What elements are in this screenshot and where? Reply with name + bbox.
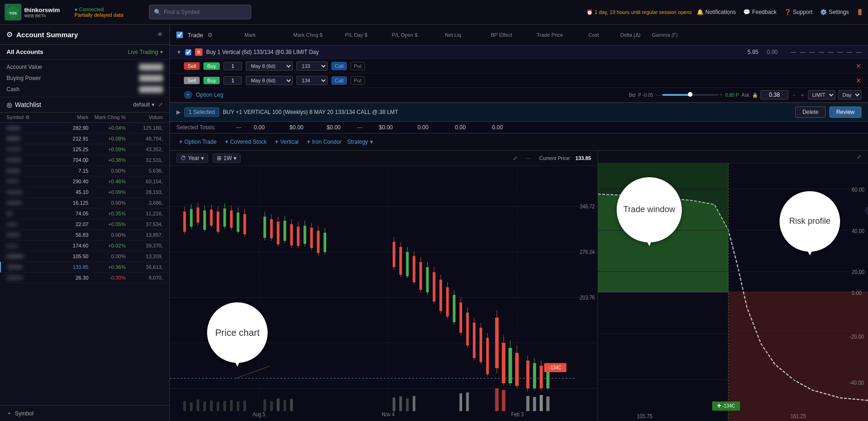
chart-expand-button[interactable]: ⤢ — [513, 155, 518, 161]
notifications-button[interactable]: 🔔 Notifications — [697, 9, 736, 15]
duration-select[interactable]: Day — [838, 90, 861, 100]
svg-text:-134C: -134C — [549, 365, 561, 370]
svg-text:✚ -134C: ✚ -134C — [717, 403, 735, 409]
risk-profile-section: ⤢ — [598, 151, 868, 421]
leg1-call-button[interactable]: Call — [331, 62, 347, 70]
leg1-sell-button[interactable]: Sell — [184, 62, 200, 70]
trade-settings-icon[interactable]: ⚙ — [208, 32, 213, 38]
watchlist-row-13[interactable]: MMMM 105.50 0.00% 13,209, — [0, 251, 169, 262]
support-button[interactable]: ❓ Support — [784, 9, 813, 15]
leg1-qty-input[interactable] — [223, 62, 242, 70]
chng-1: +0.04% — [88, 125, 126, 131]
watchlist-row-5[interactable]: EEEE 7.15 0.00% 5,636, — [0, 166, 169, 176]
option-trade-button[interactable]: + Option Trade — [176, 137, 219, 147]
watchlist-row-7[interactable]: GGGG 45.10 +0.09% 28,193, — [0, 187, 169, 198]
order-type-select[interactable]: LIMIT — [808, 90, 835, 100]
leg2-put-button[interactable]: Put — [350, 76, 365, 85]
order-checkbox[interactable] — [185, 49, 191, 55]
svg-text:-20.00: -20.00 — [849, 333, 864, 340]
order-collapse-arrow[interactable]: ▼ — [176, 49, 182, 55]
expand-icon[interactable]: ⤢ — [158, 101, 163, 108]
live-trading-badge[interactable]: Live Trading ▾ — [128, 49, 163, 55]
symbol-13: MMMM — [7, 254, 51, 259]
svg-text:20.00: 20.00 — [852, 269, 864, 275]
selected-totals-label: Selected Totals: — [176, 124, 232, 131]
watchlist-row-12[interactable]: LLLL 174.60 +0.02% 39,370, — [0, 241, 169, 251]
watchlist-row-9[interactable]: IIII 74.05 +0.35% 11,216, — [0, 208, 169, 219]
leg1-close-button[interactable]: ✕ — [856, 62, 861, 70]
mark-6: 290.40 — [51, 179, 88, 184]
period-selector[interactable]: ⏱ Year ▾ — [176, 154, 208, 163]
selected-expand-icon[interactable]: ▶ — [176, 109, 181, 115]
connection-status: ● Connected Partially delayed data — [74, 7, 144, 18]
symbol-11: KKKK — [7, 232, 51, 238]
chng-12: +0.02% — [88, 243, 126, 248]
risk-expand-button[interactable]: ⤢ — [857, 154, 861, 160]
price-minus-btn[interactable]: － — [791, 91, 797, 99]
leg2-strike-select[interactable]: 134 — [296, 76, 328, 85]
price-input[interactable] — [760, 90, 788, 100]
leg2-expiry-select[interactable]: May 8 (6d) — [246, 76, 293, 85]
leg2-close-button[interactable]: ✕ — [856, 77, 861, 84]
watchlist-row-11[interactable]: KKKK 56.83 0.00% 13,857, — [0, 230, 169, 241]
price-slider-thumb[interactable] — [688, 92, 693, 97]
watchlist-default-selector[interactable]: default ▾ — [133, 101, 155, 108]
order-chng: 0.00 — [767, 49, 778, 55]
svg-rect-104 — [203, 401, 206, 411]
leg2-call-button[interactable]: Call — [331, 76, 347, 85]
watchlist-row-6[interactable]: FFFF 290.40 +0.46% 60,154, — [0, 176, 169, 187]
watchlist-row-3[interactable]: CCCC 125.25 +0.09% 43,352, — [0, 144, 169, 155]
chng-10: +0.05% — [88, 221, 126, 227]
leg1-put-button[interactable]: Put — [350, 62, 365, 70]
leg2-buy-button[interactable]: Buy — [203, 77, 220, 84]
leg1-buy-button[interactable]: Buy — [203, 62, 220, 70]
watchlist-row-15[interactable]: OOOO 26.30 -0.30% 8,070, — [0, 273, 169, 283]
chng-15: -0.30% — [88, 275, 126, 281]
watchlist-row-4[interactable]: DDDD 704.00 +0.38% 32,531, — [0, 155, 169, 166]
review-button[interactable]: Review — [829, 107, 861, 118]
iron-condor-button[interactable]: + Iron Condor — [304, 137, 344, 147]
covered-stock-button[interactable]: + Covered Stock — [222, 137, 269, 147]
chart-area: ⏱ Year ▾ ⊞ 1W ▾ ⤢ ··· Current Price: 133… — [170, 151, 868, 421]
mark-10: 22.07 — [51, 221, 88, 227]
vol-7: 28,193, — [126, 189, 163, 195]
pl-day-col: P/L Day $ — [333, 32, 379, 38]
symbol-3: CCCC — [7, 147, 51, 152]
watchlist-row-8[interactable]: HHHH 16.125 0.00% 3,686, — [0, 198, 169, 208]
add-option-leg-button[interactable]: + — [184, 91, 192, 99]
watchlist-row-1[interactable]: AAAA 282.90 +0.04% 125,180, — [0, 123, 169, 134]
slider-plus[interactable]: + — [719, 92, 722, 98]
watchlist-section: ◎ Watchlist default ▾ ⤢ Symbol ⚙ Mark Ma… — [0, 97, 169, 421]
search-input[interactable] — [164, 9, 238, 15]
feedback-button[interactable]: 💬 Feedback — [743, 9, 777, 15]
leg1-expiry-select[interactable]: May 8 (6d) — [246, 61, 293, 71]
top-navigation: TOS thinkorswim WEB BETA ● Connected Par… — [0, 0, 868, 25]
watchlist-row-10[interactable]: JJJJ 22.07 +0.05% 37,534, — [0, 219, 169, 230]
leg1-strike-select[interactable]: 133 — [296, 61, 328, 71]
watchlist-row-14[interactable]: NNNN 133.85 +0.36% 36,613, — [0, 262, 169, 273]
strategy-dropdown[interactable]: Strategy ▾ — [347, 139, 373, 145]
clock-icon: ⏱ — [181, 155, 186, 161]
settings-button[interactable]: ⚙️ Settings — [820, 9, 849, 15]
watchlist-row-2[interactable]: BBBB 212.91 +0.08% 48,794, — [0, 134, 169, 144]
add-symbol-button[interactable]: ＋ Symbol — [0, 405, 169, 421]
vertical-button[interactable]: + Vertical — [272, 137, 301, 147]
vol-2: 48,794, — [126, 136, 163, 141]
leg2-sell-button[interactable]: Sell — [184, 77, 200, 84]
svg-text:40.00: 40.00 — [852, 227, 864, 234]
vol-8: 3,686, — [126, 200, 163, 206]
leg2-qty-input[interactable] — [223, 76, 242, 85]
slider-minus[interactable]: — — [656, 92, 661, 98]
svg-text:TOS: TOS — [9, 11, 17, 15]
eye-icon[interactable]: 👁 — [157, 31, 163, 38]
svg-rect-106 — [217, 402, 220, 411]
symbol-search-bar[interactable]: 🔍 — [149, 5, 251, 20]
lock-icon: 🔒 — [752, 93, 758, 98]
svg-rect-114 — [283, 400, 286, 411]
logout-button[interactable]: 🚪 — [856, 9, 863, 15]
totals-row: Selected Totals: — 0.00 $0.00 $0.00 — $0… — [170, 122, 868, 134]
delete-button[interactable]: Delete — [795, 107, 826, 118]
interval-selector[interactable]: ⊞ 1W ▾ — [213, 154, 241, 163]
price-plus-btn[interactable]: ＋ — [800, 91, 805, 99]
trade-checkbox[interactable] — [176, 32, 183, 38]
